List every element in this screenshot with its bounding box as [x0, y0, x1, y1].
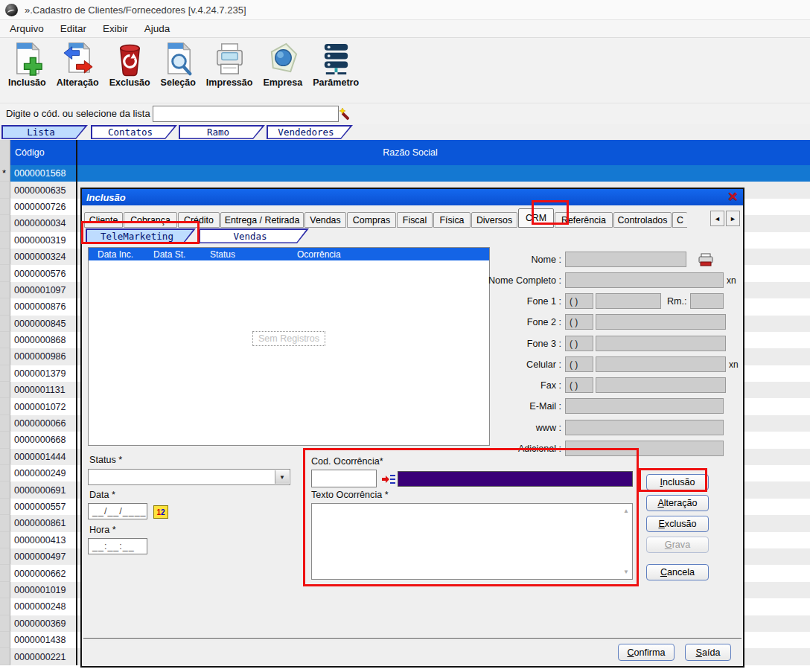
list-tab[interactable]: Ramo [179, 125, 265, 139]
row-marker-cell [0, 598, 10, 615]
dialog-tab-label: Cliente [89, 215, 118, 225]
row-marker-cell [0, 449, 10, 465]
dialog-tab[interactable]: Diversos [471, 212, 517, 228]
razao-social-column-header: Razão Social [77, 140, 810, 165]
toolbar-button-inclusao[interactable]: Inclusão [3, 41, 51, 89]
scroll-up-icon[interactable]: ▲ [623, 508, 629, 514]
fone2-field [596, 314, 726, 330]
toolbar-button-empresa[interactable]: Empresa [258, 41, 307, 89]
dialog-tab-label: Compras [353, 215, 390, 225]
dialog-tab-label: CRM [526, 213, 546, 223]
print-contact-icon[interactable] [698, 253, 714, 266]
row-marker-cell [0, 632, 10, 648]
rm-field [690, 293, 724, 309]
menu-item[interactable]: Exibir [95, 22, 136, 36]
menu-item[interactable]: Arquivo [1, 22, 52, 36]
toolbar-button-parametro[interactable]: Parâmetro [307, 41, 364, 89]
fone3-ddd-field: ( ) [565, 336, 593, 351]
row-marker-cell [0, 348, 10, 365]
edit-record-icon [60, 42, 95, 77]
dialog-tab-label: Fiscal [403, 215, 427, 225]
dialog-side-button[interactable]: Cancela [646, 564, 709, 580]
row-marker-cell [0, 481, 10, 498]
crm-subtab[interactable]: TeleMarketing [86, 228, 196, 243]
fone2-ddd-field: ( ) [565, 314, 593, 330]
row-marker-cell [0, 265, 10, 281]
list-tab[interactable]: Vendedores [267, 125, 353, 139]
dialog-tab[interactable]: Entrega / Retirada [220, 212, 304, 228]
dialog-side-button[interactable]: Inclusão [646, 474, 709, 490]
dialog-side-button[interactable]: Grava [646, 537, 709, 553]
table-row[interactable]: 0000001568 [0, 165, 810, 182]
row-razao-social-cell [77, 165, 810, 182]
status-dropdown[interactable]: ▼ [88, 469, 290, 485]
row-marker-cell [0, 499, 10, 515]
delete-record-icon [112, 42, 147, 77]
www-row: www : [402, 419, 746, 436]
nome-field [565, 252, 686, 267]
crm-subtab[interactable]: Vendas [199, 228, 309, 243]
toolbar-button-impressao[interactable]: Impressão [201, 41, 258, 89]
list-tab-label: Contatos [92, 127, 176, 138]
dialog-side-button[interactable]: Exclusão [646, 516, 709, 532]
row-code-cell: 0000000248 [10, 598, 77, 615]
row-marker-cell [0, 515, 10, 531]
dialog-bottom-button[interactable]: Saída [685, 644, 731, 661]
lookup-wand-icon[interactable] [339, 107, 352, 121]
dialog-tab[interactable]: Cliente [84, 212, 123, 228]
adicional-row: Adicional : [402, 440, 746, 457]
dialog-tab[interactable]: Controlados [613, 212, 672, 228]
dialog-title: Inclusão [86, 192, 126, 203]
row-marker-cell [0, 398, 10, 415]
row-code-cell: 0000000691 [10, 481, 77, 498]
row-code-cell: 0000000324 [10, 249, 77, 265]
list-tab[interactable]: Lista [1, 125, 88, 139]
search-icon [161, 42, 196, 77]
dialog-tab-label: Física [439, 215, 464, 225]
tab-scroll-buttons: ◄ ► [709, 211, 740, 226]
dialog-tab[interactable]: Cobrança [124, 212, 177, 228]
calendar-icon[interactable]: 1 2 [153, 505, 168, 519]
row-code-cell: 0000000034 [10, 215, 77, 231]
fax-label: Fax : [402, 380, 565, 391]
www-field [565, 420, 724, 435]
texto-ocorrencia-textarea[interactable]: ▲ ▼ [311, 503, 633, 580]
toolbar-button-exclusao[interactable]: Exclusão [104, 41, 156, 89]
dialog-tab[interactable]: Compras [347, 212, 396, 228]
tab-scroll-right-icon[interactable]: ► [726, 211, 740, 226]
toolbar-button-alteracao[interactable]: Alteração [51, 41, 104, 89]
dialog-bottom-button[interactable]: Confirma [618, 644, 675, 661]
row-code-cell: 0000000986 [10, 348, 77, 365]
dialog-tab[interactable]: Fiscal [397, 212, 433, 228]
dialog-tab[interactable]: Crédito [178, 212, 220, 228]
dialog-tab[interactable]: Referência [555, 212, 613, 228]
dialog-tab[interactable]: C [672, 212, 687, 228]
dialog-side-button[interactable]: Alteração [646, 495, 709, 511]
crm-subtab-label: Vendas [200, 230, 308, 243]
cod-ocorrencia-input[interactable] [311, 470, 377, 487]
menu-item[interactable]: Editar [52, 22, 95, 36]
row-marker-cell [0, 316, 10, 332]
nome-completo-row: Nome Completo : xn [402, 272, 746, 289]
scroll-down-icon[interactable]: ▼ [623, 569, 629, 575]
dialog-tab[interactable]: Vendas [304, 212, 346, 228]
toolbar-button-selecao[interactable]: Seleção [156, 41, 201, 89]
dialog-tab-label: Referência [561, 215, 606, 225]
fone3-label: Fone 3 : [402, 339, 565, 349]
menu-item[interactable]: Ajuda [136, 22, 179, 36]
data-input[interactable]: __/__/____ [88, 503, 147, 519]
row-code-cell: 0000000319 [10, 232, 77, 249]
row-code-cell: 0000000576 [10, 265, 77, 281]
adicional-label: Adicional : [402, 444, 565, 454]
inclusao-dialog: Inclusão ✕ Cliente Cobrança Crédito Entr… [80, 188, 744, 668]
dialog-tab[interactable]: Física [433, 212, 471, 228]
tab-scroll-left-icon[interactable]: ◄ [710, 211, 724, 226]
row-code-cell: 0000000662 [10, 565, 77, 581]
lookup-list-icon[interactable] [381, 473, 396, 485]
chevron-down-icon[interactable]: ▼ [275, 470, 289, 484]
code-search-input[interactable] [153, 106, 339, 122]
close-icon[interactable]: ✕ [727, 189, 738, 205]
dialog-tab[interactable]: CRM [518, 208, 554, 228]
hora-input[interactable]: __:__:__ [88, 538, 147, 554]
list-tab[interactable]: Contatos [91, 125, 177, 139]
